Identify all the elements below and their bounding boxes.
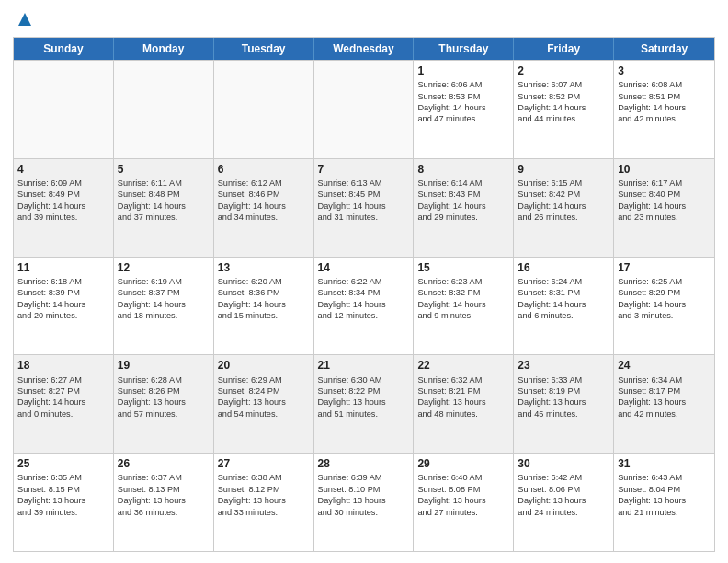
calendar-cell: 17Sunrise: 6:25 AM Sunset: 8:29 PM Dayli… (614, 258, 714, 355)
calendar-cell: 29Sunrise: 6:40 AM Sunset: 8:08 PM Dayli… (414, 454, 514, 551)
day-number: 29 (417, 456, 509, 471)
day-info: Sunrise: 6:30 AM Sunset: 8:22 PM Dayligh… (318, 374, 410, 420)
calendar-cell: 11Sunrise: 6:18 AM Sunset: 8:39 PM Dayli… (14, 258, 114, 355)
day-number: 30 (518, 456, 609, 471)
calendar-cell: 14Sunrise: 6:22 AM Sunset: 8:34 PM Dayli… (314, 258, 415, 355)
day-info: Sunrise: 6:07 AM Sunset: 8:52 PM Dayligh… (518, 79, 609, 125)
calendar-cell: 31Sunrise: 6:43 AM Sunset: 8:04 PM Dayli… (614, 454, 714, 551)
day-info: Sunrise: 6:20 AM Sunset: 8:36 PM Dayligh… (218, 276, 310, 322)
calendar-cell: 16Sunrise: 6:24 AM Sunset: 8:31 PM Dayli… (514, 258, 614, 355)
day-number: 1 (417, 63, 509, 78)
day-number: 12 (118, 260, 210, 275)
calendar-header: SundayMondayTuesdayWednesdayThursdayFrid… (14, 38, 714, 60)
day-number: 16 (518, 260, 609, 275)
day-number: 19 (118, 358, 210, 373)
day-info: Sunrise: 6:22 AM Sunset: 8:34 PM Dayligh… (318, 276, 410, 322)
day-header-monday: Monday (114, 38, 214, 60)
day-number: 9 (518, 162, 609, 177)
day-number: 28 (318, 456, 410, 471)
calendar-cell: 30Sunrise: 6:42 AM Sunset: 8:06 PM Dayli… (514, 454, 614, 551)
day-info: Sunrise: 6:14 AM Sunset: 8:43 PM Dayligh… (417, 178, 509, 224)
page-header (13, 11, 715, 29)
day-info: Sunrise: 6:23 AM Sunset: 8:32 PM Dayligh… (417, 276, 509, 322)
day-number: 23 (518, 358, 609, 373)
day-header-friday: Friday (514, 38, 614, 60)
day-number: 11 (17, 260, 109, 275)
day-info: Sunrise: 6:08 AM Sunset: 8:51 PM Dayligh… (618, 79, 711, 125)
day-info: Sunrise: 6:17 AM Sunset: 8:40 PM Dayligh… (618, 178, 711, 224)
day-info: Sunrise: 6:09 AM Sunset: 8:49 PM Dayligh… (17, 178, 109, 224)
day-number: 20 (218, 358, 310, 373)
day-info: Sunrise: 6:19 AM Sunset: 8:37 PM Dayligh… (118, 276, 210, 322)
day-number: 25 (17, 456, 109, 471)
page-container: SundayMondayTuesdayWednesdayThursdayFrid… (0, 0, 728, 563)
calendar-row-2: 4Sunrise: 6:09 AM Sunset: 8:49 PM Daylig… (14, 158, 714, 257)
calendar-cell: 15Sunrise: 6:23 AM Sunset: 8:32 PM Dayli… (414, 258, 514, 355)
calendar-cell: 20Sunrise: 6:29 AM Sunset: 8:24 PM Dayli… (214, 355, 314, 453)
calendar-cell: 24Sunrise: 6:34 AM Sunset: 8:17 PM Dayli… (614, 355, 714, 453)
day-info: Sunrise: 6:12 AM Sunset: 8:46 PM Dayligh… (218, 178, 310, 224)
calendar-row-1: 1Sunrise: 6:06 AM Sunset: 8:53 PM Daylig… (14, 60, 714, 158)
day-info: Sunrise: 6:27 AM Sunset: 8:27 PM Dayligh… (17, 374, 109, 420)
day-number: 5 (118, 162, 210, 177)
calendar-cell: 10Sunrise: 6:17 AM Sunset: 8:40 PM Dayli… (614, 159, 714, 257)
day-info: Sunrise: 6:40 AM Sunset: 8:08 PM Dayligh… (417, 472, 509, 518)
day-number: 4 (17, 162, 109, 177)
day-number: 18 (17, 358, 109, 373)
calendar-cell: 4Sunrise: 6:09 AM Sunset: 8:49 PM Daylig… (14, 159, 114, 257)
day-info: Sunrise: 6:43 AM Sunset: 8:04 PM Dayligh… (618, 472, 711, 518)
day-number: 8 (417, 162, 509, 177)
calendar-cell: 27Sunrise: 6:38 AM Sunset: 8:12 PM Dayli… (214, 454, 314, 551)
day-number: 2 (518, 63, 609, 78)
day-number: 14 (318, 260, 410, 275)
day-info: Sunrise: 6:06 AM Sunset: 8:53 PM Dayligh… (417, 79, 509, 125)
calendar-cell: 13Sunrise: 6:20 AM Sunset: 8:36 PM Dayli… (214, 258, 314, 355)
day-info: Sunrise: 6:38 AM Sunset: 8:12 PM Dayligh… (218, 472, 310, 518)
calendar-cell: 26Sunrise: 6:37 AM Sunset: 8:13 PM Dayli… (114, 454, 214, 551)
calendar-cell: 12Sunrise: 6:19 AM Sunset: 8:37 PM Dayli… (114, 258, 214, 355)
logo-icon (15, 9, 35, 29)
calendar-cell: 5Sunrise: 6:11 AM Sunset: 8:48 PM Daylig… (114, 159, 214, 257)
day-info: Sunrise: 6:25 AM Sunset: 8:29 PM Dayligh… (618, 276, 711, 322)
day-number: 3 (618, 63, 711, 78)
day-number: 6 (218, 162, 310, 177)
day-info: Sunrise: 6:18 AM Sunset: 8:39 PM Dayligh… (17, 276, 109, 322)
calendar-cell: 3Sunrise: 6:08 AM Sunset: 8:51 PM Daylig… (614, 61, 714, 158)
day-number: 27 (218, 456, 310, 471)
day-info: Sunrise: 6:37 AM Sunset: 8:13 PM Dayligh… (118, 472, 210, 518)
calendar-cell: 8Sunrise: 6:14 AM Sunset: 8:43 PM Daylig… (414, 159, 514, 257)
calendar-cell (314, 61, 415, 158)
day-header-tuesday: Tuesday (214, 38, 314, 60)
calendar-cell: 9Sunrise: 6:15 AM Sunset: 8:42 PM Daylig… (514, 159, 614, 257)
day-number: 7 (318, 162, 410, 177)
day-info: Sunrise: 6:13 AM Sunset: 8:45 PM Dayligh… (318, 178, 410, 224)
calendar-cell: 25Sunrise: 6:35 AM Sunset: 8:15 PM Dayli… (14, 454, 114, 551)
day-info: Sunrise: 6:34 AM Sunset: 8:17 PM Dayligh… (618, 374, 711, 420)
day-number: 21 (318, 358, 410, 373)
calendar-row-3: 11Sunrise: 6:18 AM Sunset: 8:39 PM Dayli… (14, 257, 714, 355)
logo (13, 11, 35, 29)
day-number: 17 (618, 260, 711, 275)
calendar-row-4: 18Sunrise: 6:27 AM Sunset: 8:27 PM Dayli… (14, 354, 714, 453)
calendar-cell: 22Sunrise: 6:32 AM Sunset: 8:21 PM Dayli… (414, 355, 514, 453)
day-info: Sunrise: 6:15 AM Sunset: 8:42 PM Dayligh… (518, 178, 609, 224)
day-number: 10 (618, 162, 711, 177)
day-info: Sunrise: 6:35 AM Sunset: 8:15 PM Dayligh… (17, 472, 109, 518)
calendar-cell: 7Sunrise: 6:13 AM Sunset: 8:45 PM Daylig… (314, 159, 415, 257)
day-info: Sunrise: 6:28 AM Sunset: 8:26 PM Dayligh… (118, 374, 210, 420)
calendar-cell: 2Sunrise: 6:07 AM Sunset: 8:52 PM Daylig… (514, 61, 614, 158)
day-info: Sunrise: 6:29 AM Sunset: 8:24 PM Dayligh… (218, 374, 310, 420)
calendar-cell (114, 61, 214, 158)
day-number: 22 (417, 358, 509, 373)
day-number: 31 (618, 456, 711, 471)
calendar-cell: 21Sunrise: 6:30 AM Sunset: 8:22 PM Dayli… (314, 355, 415, 453)
day-info: Sunrise: 6:11 AM Sunset: 8:48 PM Dayligh… (118, 178, 210, 224)
day-number: 15 (417, 260, 509, 275)
calendar-cell: 18Sunrise: 6:27 AM Sunset: 8:27 PM Dayli… (14, 355, 114, 453)
day-header-wednesday: Wednesday (314, 38, 415, 60)
calendar: SundayMondayTuesdayWednesdayThursdayFrid… (13, 37, 715, 552)
day-header-sunday: Sunday (14, 38, 114, 60)
calendar-cell: 28Sunrise: 6:39 AM Sunset: 8:10 PM Dayli… (314, 454, 415, 551)
calendar-cell: 23Sunrise: 6:33 AM Sunset: 8:19 PM Dayli… (514, 355, 614, 453)
day-number: 24 (618, 358, 711, 373)
